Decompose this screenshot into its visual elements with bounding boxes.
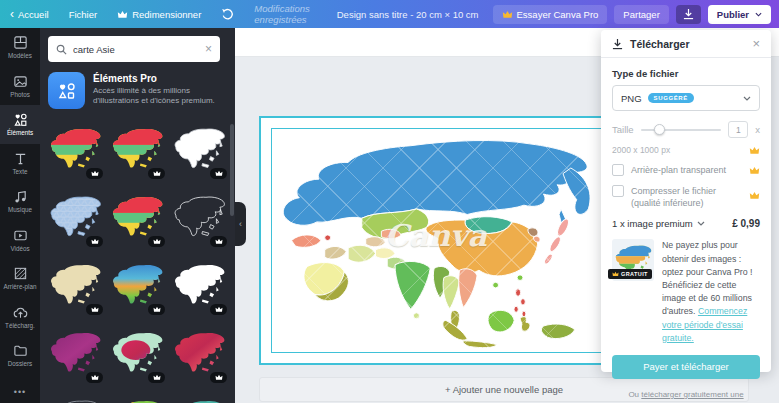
crown-icon <box>749 166 760 175</box>
sidebar-label: Modèles <box>8 52 32 59</box>
premium-crown-badge <box>148 236 165 247</box>
premium-summary[interactable]: 1 x image premium <box>612 218 693 229</box>
map-thumbnail[interactable] <box>108 322 166 384</box>
transparent-background-checkbox[interactable] <box>612 164 624 176</box>
sidebar-item-photos[interactable]: Photos <box>0 67 40 106</box>
sidebar-label: Vidéos <box>10 245 29 252</box>
sidebar-item-videos[interactable]: Vidéos <box>0 221 40 260</box>
photos-icon <box>13 74 28 89</box>
map-thumbnail[interactable] <box>170 186 228 248</box>
crown-icon <box>117 10 128 19</box>
premium-crown-badge <box>210 372 227 383</box>
size-label: Taille <box>612 124 634 135</box>
sidebar-item-modeles[interactable]: Modèles <box>0 28 40 67</box>
elements-pro-card[interactable]: Éléments Pro Accès illimité à des millio… <box>48 72 228 109</box>
file-label: Fichier <box>69 9 98 20</box>
size-multiplier-input[interactable] <box>728 121 748 138</box>
download-icon <box>612 38 623 50</box>
asia-map-image <box>272 129 604 352</box>
dimensions-text: 2000 x 1000 px <box>612 145 670 155</box>
sidebar-label: Télécharg. <box>5 322 35 329</box>
sidebar-item-arriere-plan[interactable]: Arrière-plan <box>0 259 40 298</box>
elements-pro-icon <box>48 72 85 109</box>
transparent-background-label: Arrière-plan transparent <box>631 164 726 176</box>
download-free-footer: Ou télécharger gratuitement une version … <box>612 389 760 403</box>
price-value: £ 0,99 <box>732 218 760 229</box>
file-type-select[interactable]: PNG SUGGÉRÉ <box>612 85 760 111</box>
map-thumbnail[interactable] <box>108 390 166 403</box>
selected-image-frame[interactable]: Canva <box>271 128 605 353</box>
sidebar-label: Dossiers <box>8 360 33 367</box>
sidebar-item-telecharg[interactable]: Télécharg. <box>0 298 40 337</box>
sidebar-item-musique[interactable]: Musique <box>0 182 40 221</box>
upload-cloud-icon <box>13 305 28 320</box>
sidebar-item-dossiers[interactable]: Dossiers <box>0 336 40 375</box>
elements-panel: × Éléments Pro Accès illimité à des mill… <box>40 28 235 403</box>
crown-icon <box>612 271 619 277</box>
map-thumbnail[interactable] <box>108 186 166 248</box>
undo-icon <box>221 8 234 20</box>
crown-icon <box>749 146 760 155</box>
slider-knob[interactable] <box>654 124 665 135</box>
file-type-value: PNG <box>621 93 642 104</box>
background-icon <box>13 266 28 281</box>
map-thumbnail[interactable] <box>46 254 104 316</box>
search-icon <box>56 44 67 55</box>
map-thumbnail[interactable] <box>46 186 104 248</box>
map-thumbnail[interactable] <box>170 322 228 384</box>
resize-label: Redimensionner <box>132 9 201 20</box>
crown-icon <box>749 191 760 200</box>
gratuit-badge: GRATUIT <box>608 269 652 279</box>
premium-crown-badge <box>86 236 103 247</box>
video-icon <box>13 228 28 243</box>
close-icon[interactable]: × <box>752 36 760 51</box>
sidebar-more-button[interactable]: ••• <box>0 383 40 403</box>
chevron-down-icon <box>755 12 762 17</box>
chevron-down-icon <box>697 221 705 226</box>
map-thumbnail[interactable] <box>46 322 104 384</box>
clear-search-icon[interactable]: × <box>205 42 212 56</box>
map-thumbnail[interactable] <box>170 254 228 316</box>
sidebar-item-elements[interactable]: Éléments <box>0 105 40 144</box>
size-slider[interactable] <box>641 129 722 131</box>
search-box[interactable]: × <box>48 36 220 62</box>
download-button[interactable] <box>676 5 701 24</box>
map-thumbnail[interactable] <box>170 390 228 403</box>
canva-app: ‹ Accueil Fichier Redimensionner Modific… <box>0 0 779 403</box>
draft-download-link[interactable]: télécharger gratuitement une version bro… <box>632 390 743 403</box>
map-thumbnail[interactable] <box>46 118 104 180</box>
undo-button[interactable] <box>211 0 244 28</box>
map-thumbnail[interactable] <box>170 118 228 180</box>
compress-file-label: Compresser le fichier (qualité inférieur… <box>631 185 727 209</box>
sidebar-label: Musique <box>8 206 32 213</box>
sidebar-item-texte[interactable]: Texte <box>0 144 40 183</box>
resize-button[interactable]: Redimensionner <box>107 0 211 28</box>
design-title[interactable]: Design sans titre - 20 cm × 10 cm <box>323 9 493 20</box>
crown-icon <box>502 10 513 19</box>
panel-scrollbar[interactable] <box>230 124 234 216</box>
file-menu[interactable]: Fichier <box>59 0 108 28</box>
map-thumbnail[interactable] <box>108 254 166 316</box>
music-icon <box>13 189 28 204</box>
save-status: Modifications enregistrées <box>244 3 322 25</box>
share-button[interactable]: Partager <box>614 5 668 24</box>
map-thumbnail[interactable] <box>108 118 166 180</box>
map-thumbnail[interactable] <box>46 390 104 403</box>
sidebar-label: Éléments <box>7 129 33 136</box>
pay-and-download-button[interactable]: Payer et télécharger <box>612 355 760 379</box>
pro-card-description: Accès illimité à des millions d'illustra… <box>93 86 215 107</box>
text-icon <box>13 151 28 166</box>
sidebar-rail: Modèles Photos Éléments Texte Musique Vi… <box>0 28 40 403</box>
compress-file-checkbox[interactable] <box>612 185 624 197</box>
sidebar-label: Photos <box>10 91 30 98</box>
search-input[interactable] <box>73 44 199 55</box>
home-label: Accueil <box>18 9 49 20</box>
download-icon <box>683 8 694 20</box>
promo-text: Ne payez plus pour obtenir des images : … <box>662 239 760 345</box>
premium-crown-badge <box>148 168 165 179</box>
design-page[interactable]: Canva <box>259 116 617 365</box>
publish-button[interactable]: Publier <box>708 5 771 24</box>
try-canva-pro-button[interactable]: Essayer Canva Pro <box>493 5 608 24</box>
home-button[interactable]: ‹ Accueil <box>0 0 59 28</box>
panel-collapse-handle[interactable]: ‹ <box>235 202 246 246</box>
